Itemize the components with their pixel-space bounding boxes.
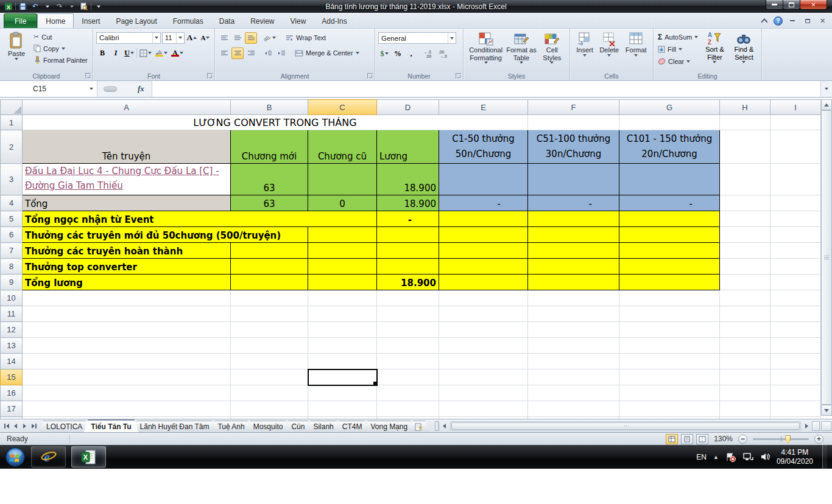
cell-F9[interactable] (528, 275, 619, 290)
cell-A2[interactable]: Tên truyện (23, 130, 231, 164)
cell-G17[interactable] (619, 401, 720, 417)
font-dialog-launcher-icon[interactable] (207, 73, 213, 79)
start-button[interactable] (5, 447, 26, 467)
cell-A7[interactable]: Thưởng các truyên hoàn thành (23, 243, 231, 259)
percent-style-button[interactable]: % (392, 48, 404, 60)
horizontal-scrollbar[interactable] (450, 421, 801, 431)
row-header-7[interactable]: 7 (1, 243, 23, 259)
cell-B13[interactable] (231, 338, 308, 354)
ribbon-tab-review[interactable]: Review (242, 14, 282, 28)
cell-G15[interactable] (619, 369, 720, 385)
cell-E12[interactable] (439, 322, 528, 338)
cell-A8[interactable]: Thưởng top converter (23, 259, 231, 275)
print-preview-icon[interactable] (79, 1, 89, 12)
cell-A13[interactable] (23, 338, 231, 354)
cell-H6[interactable] (720, 227, 770, 243)
cell-D15[interactable] (377, 369, 439, 385)
cell-F13[interactable] (528, 338, 619, 354)
cell-C12[interactable] (308, 322, 377, 338)
cell-B15[interactable] (231, 369, 308, 385)
cell-B12[interactable] (231, 322, 308, 338)
column-header-H[interactable]: H (720, 100, 770, 115)
cell-E9[interactable] (439, 275, 528, 290)
cell-I2[interactable] (770, 130, 821, 164)
format-painter-button[interactable]: Format Painter (32, 54, 89, 66)
cell-D9[interactable]: 18.900 (377, 275, 439, 290)
cell-H9[interactable] (720, 275, 770, 290)
close-button[interactable]: ✕ (800, 0, 827, 10)
cell-E17[interactable] (439, 401, 528, 417)
cell-E3[interactable] (439, 164, 528, 195)
zoom-out-button[interactable]: − (738, 435, 747, 444)
cell-G16[interactable] (619, 385, 720, 401)
cell-F8[interactable] (528, 259, 619, 275)
cell-A12[interactable] (23, 322, 231, 338)
underline-button[interactable]: U (123, 47, 135, 59)
cell-H13[interactable] (720, 338, 770, 354)
font-color-button[interactable]: A (170, 47, 185, 59)
cell-I4[interactable] (770, 195, 821, 211)
row-header-3[interactable]: 3 (1, 164, 23, 195)
hscroll-resize-handle[interactable] (812, 421, 820, 431)
cell-D7[interactable] (377, 243, 439, 259)
column-header-I[interactable]: I (770, 100, 821, 115)
row-header-8[interactable]: 8 (1, 259, 23, 275)
row-header-16[interactable]: 16 (1, 385, 23, 401)
language-indicator[interactable]: EN (696, 453, 707, 461)
workbook-restore-icon[interactable] (802, 16, 813, 26)
cell-D5[interactable]: - (377, 211, 439, 227)
delete-cells-button[interactable]: Delete (598, 31, 621, 57)
column-header-B[interactable]: B (231, 100, 308, 115)
cell-C7[interactable] (308, 243, 377, 259)
cell-G9[interactable] (619, 275, 720, 290)
copy-button[interactable]: Copy (32, 43, 89, 54)
workbook-minimize-icon[interactable] (786, 16, 798, 26)
cell-F4[interactable]: - (528, 195, 619, 211)
vertical-scrollbar[interactable] (820, 99, 832, 416)
number-dialog-launcher-icon[interactable] (456, 73, 461, 79)
cell-I7[interactable] (770, 243, 821, 259)
cell-I12[interactable] (770, 322, 821, 338)
decrease-decimal-button[interactable]: .00→.0 (437, 48, 450, 60)
cell-E4[interactable]: - (439, 195, 528, 211)
zoom-slider-knob[interactable] (785, 435, 791, 443)
workbook-close-icon[interactable]: ✕ (817, 16, 828, 26)
save-icon[interactable] (18, 1, 28, 12)
accounting-format-button[interactable]: $ (378, 48, 390, 60)
cell-H10[interactable] (720, 290, 770, 306)
cell-B2[interactable]: Chương mới (231, 130, 308, 164)
row-header-10[interactable]: 10 (1, 290, 23, 306)
row-header-5[interactable]: 5 (1, 211, 23, 227)
cell-I17[interactable] (770, 401, 821, 417)
cell-H1[interactable] (720, 115, 770, 130)
cell-D11[interactable] (377, 306, 439, 322)
ribbon-tab-file[interactable]: File (4, 13, 37, 28)
top-align-button[interactable] (218, 32, 230, 44)
cell-B11[interactable] (231, 306, 308, 322)
cell-H14[interactable] (720, 354, 770, 369)
cell-E7[interactable] (439, 243, 528, 259)
name-box[interactable]: C15 (0, 81, 97, 97)
cell-F6[interactable] (528, 227, 619, 243)
number-format-combo[interactable]: General (378, 32, 456, 44)
cell-D3[interactable]: 18.900 (377, 164, 439, 195)
cell-A9[interactable]: Tổng lương (23, 275, 231, 290)
sort-filter-button[interactable]: AZ Sort & Filter (700, 31, 728, 67)
merge-center-button[interactable]: Merge & Center (294, 47, 361, 59)
cell-F5[interactable] (528, 211, 619, 227)
undo-dropdown-icon[interactable] (42, 1, 52, 12)
show-hidden-icons-icon[interactable]: ▲ (713, 454, 719, 460)
undo-icon[interactable]: ↶ (30, 1, 40, 12)
cell-E16[interactable] (439, 385, 528, 401)
cell-D12[interactable] (377, 322, 439, 338)
cell-G11[interactable] (619, 306, 720, 322)
cell-A10[interactable] (23, 290, 231, 306)
middle-align-button[interactable] (231, 32, 244, 44)
cell-C8[interactable] (308, 259, 377, 275)
ribbon-tab-formulas[interactable]: Formulas (165, 14, 211, 28)
row-header-2[interactable]: 2 (1, 130, 23, 164)
cell-B10[interactable] (231, 290, 308, 306)
cell-H7[interactable] (720, 243, 770, 259)
cell-A14[interactable] (23, 354, 231, 369)
cell-A17[interactable] (23, 401, 231, 417)
